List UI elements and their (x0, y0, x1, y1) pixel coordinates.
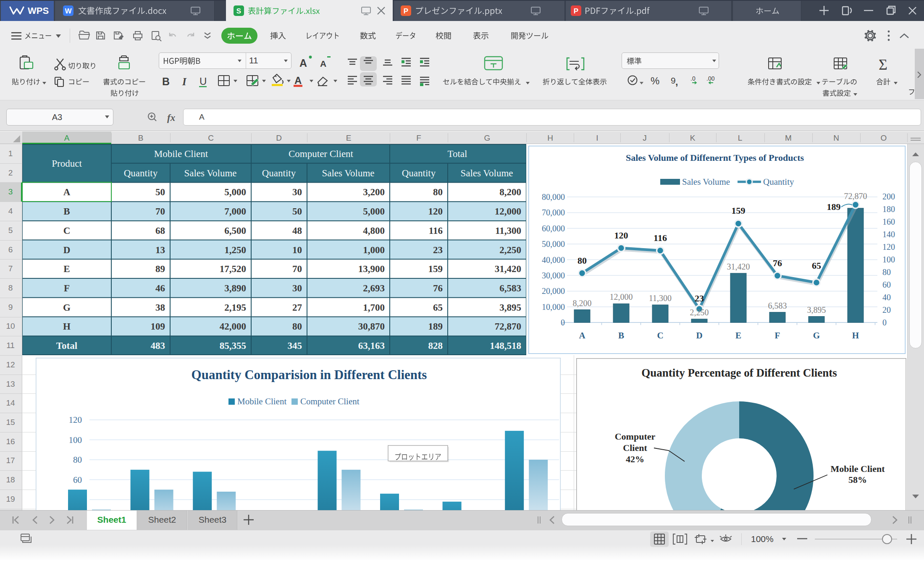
svg-text:Total: Total (56, 341, 77, 351)
svg-text:120: 120 (614, 230, 628, 241)
svg-text:E: E (63, 264, 70, 274)
svg-text:20,000: 20,000 (542, 286, 565, 296)
svg-text:40,000: 40,000 (542, 255, 565, 265)
svg-text:3,890: 3,890 (224, 283, 246, 293)
svg-text:1,250: 1,250 (224, 245, 246, 255)
svg-text:31,420: 31,420 (727, 262, 750, 271)
svg-text:76: 76 (773, 258, 782, 268)
svg-text:120: 120 (428, 206, 443, 217)
svg-text:6,500: 6,500 (224, 225, 246, 236)
svg-text:1,000: 1,000 (363, 245, 385, 255)
svg-text:30,870: 30,870 (358, 321, 385, 332)
svg-text:31,420: 31,420 (495, 264, 521, 274)
svg-text:109: 109 (151, 321, 165, 332)
svg-text:Quantity: Quantity (124, 168, 158, 178)
svg-text:100: 100 (69, 435, 82, 445)
svg-text:H: H (63, 321, 71, 332)
svg-text:120: 120 (882, 242, 895, 251)
svg-text:159: 159 (428, 264, 443, 274)
svg-text:Mobile Client: Mobile Client (237, 396, 286, 406)
svg-text:2,195: 2,195 (224, 302, 246, 313)
svg-text:Sales Volume: Sales Volume (322, 168, 374, 178)
svg-text:C: C (63, 225, 71, 236)
svg-text:13,900: 13,900 (358, 264, 385, 274)
svg-text:0: 0 (882, 318, 887, 327)
svg-text:6,583: 6,583 (768, 301, 787, 310)
svg-text:Quantity: Quantity (402, 168, 436, 178)
svg-text:189: 189 (428, 321, 443, 332)
svg-text:Client: Client (623, 443, 647, 453)
svg-text:Computer: Computer (615, 431, 656, 442)
svg-text:76: 76 (433, 283, 443, 293)
svg-text:10,000: 10,000 (542, 302, 565, 312)
svg-text:Product: Product (52, 158, 82, 169)
svg-text:Computer Client: Computer Client (289, 149, 354, 159)
svg-text:345: 345 (288, 341, 302, 351)
svg-text:70,000: 70,000 (542, 208, 565, 217)
svg-text:Sales Volume: Sales Volume (682, 177, 730, 187)
svg-text:120: 120 (69, 415, 82, 425)
svg-text:H: H (852, 330, 859, 341)
svg-text:D: D (63, 245, 71, 255)
svg-text:11,300: 11,300 (495, 225, 521, 236)
svg-text:50: 50 (292, 206, 302, 217)
svg-text:8,200: 8,200 (499, 187, 521, 197)
svg-text:D: D (696, 330, 702, 341)
svg-text:Total: Total (448, 149, 467, 159)
svg-text:1,700: 1,700 (363, 302, 385, 313)
svg-text:159: 159 (732, 205, 746, 216)
svg-text:Mobile Client: Mobile Client (154, 149, 208, 159)
svg-text:5,000: 5,000 (224, 187, 246, 197)
svg-text:85,355: 85,355 (220, 341, 246, 351)
svg-text:4,800: 4,800 (363, 225, 385, 236)
svg-text:72,870: 72,870 (844, 191, 867, 201)
svg-text:Quantity: Quantity (763, 177, 794, 187)
svg-text:17,520: 17,520 (220, 264, 246, 274)
svg-text:Quantity Percentage of Differe: Quantity Percentage of Different Clients (641, 367, 837, 379)
svg-text:12,000: 12,000 (610, 292, 633, 301)
svg-text:E: E (735, 330, 741, 341)
svg-text:58%: 58% (848, 474, 867, 485)
svg-text:60,000: 60,000 (542, 224, 565, 233)
svg-text:116: 116 (654, 233, 667, 243)
svg-text:13: 13 (155, 245, 165, 255)
svg-text:Sales Volume of Diffenernt Typ: Sales Volume of Diffenernt Types of Prod… (626, 152, 804, 163)
svg-text:80: 80 (73, 455, 82, 465)
svg-text:30: 30 (292, 283, 302, 293)
svg-text:C: C (657, 330, 663, 341)
svg-text:G: G (813, 330, 820, 341)
svg-text:27: 27 (292, 302, 302, 313)
svg-text:A: A (579, 330, 585, 341)
svg-text:116: 116 (429, 225, 443, 236)
svg-text:3,895: 3,895 (499, 302, 521, 313)
svg-text:63,163: 63,163 (358, 341, 385, 351)
svg-text:65: 65 (433, 302, 443, 313)
svg-text:50,000: 50,000 (542, 239, 565, 249)
svg-text:30,000: 30,000 (542, 271, 565, 280)
svg-text:5,000: 5,000 (363, 206, 385, 217)
svg-text:60: 60 (882, 280, 891, 289)
svg-text:12,000: 12,000 (495, 206, 521, 217)
svg-text:80: 80 (578, 255, 587, 266)
svg-text:48: 48 (292, 225, 302, 236)
svg-text:Quantity Comparision in Differ: Quantity Comparision in Different Client… (192, 367, 427, 382)
svg-text:2,250: 2,250 (690, 308, 709, 317)
svg-text:2,693: 2,693 (363, 283, 385, 293)
svg-text:B: B (63, 206, 70, 217)
svg-text:23: 23 (433, 245, 443, 255)
svg-text:8,200: 8,200 (573, 299, 592, 308)
svg-text:828: 828 (428, 341, 443, 351)
svg-text:42,000: 42,000 (220, 321, 246, 332)
svg-text:100: 100 (882, 255, 895, 264)
svg-text:40: 40 (882, 293, 891, 302)
svg-text:89: 89 (155, 264, 165, 274)
svg-text:11,300: 11,300 (649, 293, 672, 303)
svg-text:F: F (775, 330, 780, 341)
svg-text:160: 160 (882, 217, 895, 226)
svg-text:3,895: 3,895 (807, 305, 826, 314)
svg-text:80: 80 (292, 321, 302, 332)
svg-text:70: 70 (292, 264, 302, 274)
svg-text:2,250: 2,250 (499, 245, 521, 255)
svg-text:10: 10 (292, 245, 302, 255)
svg-text:7,000: 7,000 (224, 206, 246, 217)
